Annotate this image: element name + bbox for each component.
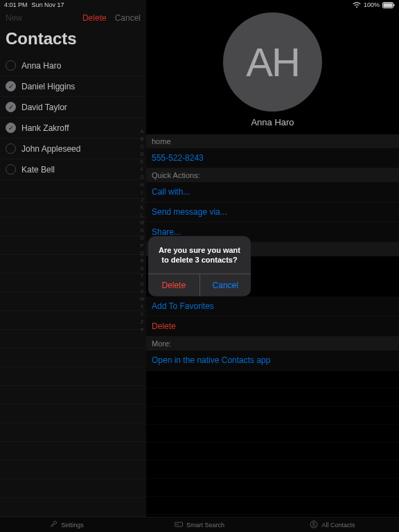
alert-delete-button[interactable]: Delete bbox=[148, 274, 200, 296]
confirm-delete-alert: Are you sure you want to delete 3 contac… bbox=[148, 236, 251, 296]
alert-message: Are you sure you want to delete 3 contac… bbox=[148, 236, 251, 274]
alert-cancel-button[interactable]: Cancel bbox=[200, 274, 251, 296]
